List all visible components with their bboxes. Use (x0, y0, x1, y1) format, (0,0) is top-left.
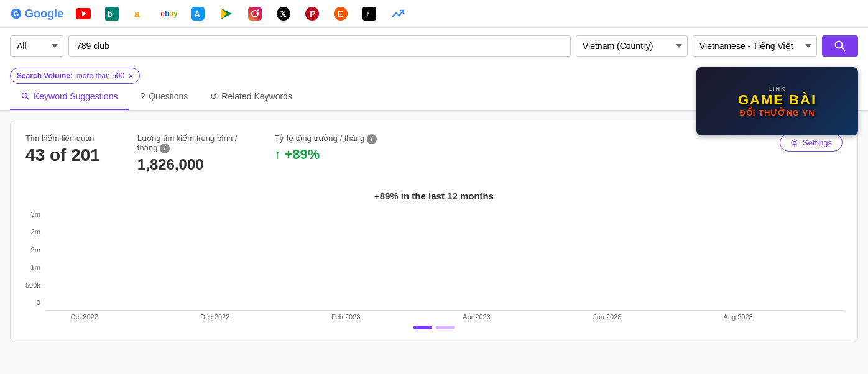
filter-badge-label: Search Volume: (17, 71, 73, 80)
scroll-indicators (25, 326, 843, 329)
chart-bars (45, 310, 843, 311)
svg-text:♪: ♪ (366, 9, 370, 19)
chart-x-labels: Oct 2022 Dec 2022 Feb 2023 Apr 2023 Jun … (45, 313, 843, 321)
tiktok-icon[interactable]: ♪ (361, 5, 378, 22)
x-label-sep-2023 (771, 313, 836, 321)
magnify-icon (21, 92, 30, 101)
google-logo[interactable]: G Google (10, 7, 63, 21)
y-label-2m-top: 2m (31, 228, 40, 235)
refresh-icon: ↺ (210, 91, 218, 101)
top-navigation: G Google b a ebay A 𝕏 P E ♪ (0, 0, 868, 28)
instagram-icon[interactable] (246, 5, 264, 22)
gear-icon (790, 139, 799, 147)
svg-point-26 (793, 141, 796, 144)
avg-search-label: Lượng tìm kiếm trung bình / tháng i (137, 134, 238, 153)
bing-icon[interactable]: b (103, 5, 121, 22)
etsy-icon[interactable]: E (332, 5, 349, 22)
y-label-3m: 3m (31, 211, 40, 218)
search-type-select[interactable]: All Web Images (10, 35, 63, 57)
svg-point-22 (836, 42, 843, 48)
avg-search-stat: Lượng tìm kiếm trung bình / tháng i 1,82… (137, 134, 238, 173)
avg-search-value: 1,826,000 (137, 156, 238, 173)
svg-text:b: b (108, 9, 113, 19)
related-searches-label: Tìm kiếm liên quan (25, 134, 100, 143)
tab-related-keywords[interactable]: ↺ Related Keywords (199, 84, 303, 110)
y-label-1m: 1m (31, 263, 40, 271)
growth-percent-value: +89% (284, 147, 320, 163)
questions-icon: ? (140, 91, 145, 101)
x-label-mar-2023 (379, 313, 444, 321)
growth-arrow-icon: ↑ (274, 147, 280, 162)
y-label-0: 0 (37, 299, 40, 306)
x-label-apr-2023: Apr 2023 (444, 313, 509, 321)
tab-keyword-suggestions[interactable]: Keyword Suggestions (10, 84, 129, 110)
y-label-2m-mid: 2m (31, 246, 40, 253)
country-select[interactable]: Vietnam (Country) United States (576, 35, 688, 57)
svg-rect-11 (248, 7, 262, 21)
trends-icon[interactable] (389, 5, 407, 22)
search-input[interactable] (68, 35, 571, 57)
appstore-icon[interactable]: A (189, 5, 206, 22)
youtube-icon[interactable] (75, 5, 92, 22)
settings-button[interactable]: Settings (780, 134, 843, 152)
y-label-500k: 500k (25, 281, 40, 289)
x-twitter-icon[interactable]: 𝕏 (275, 5, 292, 22)
x-label-dec-2022: Dec 2022 (182, 313, 247, 321)
avg-search-info-icon[interactable]: i (160, 144, 170, 153)
stats-card: Tìm kiếm liên quan 43 of 201 Lượng tìm k… (10, 121, 858, 342)
settings-label: Settings (803, 138, 832, 147)
playstore-icon[interactable] (218, 5, 235, 22)
stats-top: Tìm kiếm liên quan 43 of 201 Lượng tìm k… (25, 134, 377, 173)
x-label-may-2023 (509, 313, 575, 321)
svg-text:a: a (134, 9, 140, 19)
x-label-feb-2023: Feb 2023 (313, 313, 379, 321)
x-label-aug-2023: Aug 2023 (706, 313, 771, 321)
svg-point-24 (22, 93, 27, 98)
pinterest-icon[interactable]: P (303, 5, 321, 22)
svg-text:E: E (338, 9, 343, 19)
chart-y-axis: 3m 2m 2m 1m 500k 0 (25, 211, 45, 307)
chart-container: 3m 2m 2m 1m 500k 0 (25, 209, 843, 321)
x-label-nov-2022 (117, 313, 182, 321)
google-label: Google (25, 7, 63, 21)
chart-inner: Oct 2022 Dec 2022 Feb 2023 Apr 2023 Jun … (45, 310, 843, 321)
svg-line-25 (27, 98, 30, 101)
ebay-icon[interactable]: ebay (160, 5, 178, 22)
x-label-jul-2023 (640, 313, 705, 321)
main-content: Tìm kiếm liên quan 43 of 201 Lượng tìm k… (0, 111, 868, 352)
related-searches-count: 43 of 201 (25, 145, 100, 165)
tab-questions[interactable]: ? Questions (129, 84, 199, 110)
amazon-icon[interactable]: a (132, 5, 149, 22)
growth-rate-stat: Tỷ lệ tăng trưởng / tháng i ↑ +89% (274, 134, 376, 163)
growth-rate-label: Tỷ lệ tăng trưởng / tháng i (274, 134, 376, 144)
svg-line-23 (841, 47, 845, 51)
svg-point-13 (257, 9, 259, 11)
growth-info-icon[interactable]: i (367, 134, 377, 144)
chart-area: +89% in the last 12 months 3m 2m 2m 1m 5… (25, 191, 843, 329)
filter-badge-close-button[interactable]: × (128, 71, 133, 81)
scroll-dot-active[interactable] (413, 326, 432, 329)
ad-line1: LINK (769, 86, 787, 92)
x-label-oct-2022: Oct 2022 (52, 313, 117, 321)
language-select[interactable]: Vietnamese - Tiếng Việt English (693, 35, 817, 57)
scroll-dot-inactive[interactable] (436, 326, 455, 329)
search-button[interactable] (822, 35, 858, 57)
filter-badge-value: more than 500 (76, 71, 124, 80)
tab-questions-label: Questions (149, 91, 188, 101)
related-searches-stat: Tìm kiếm liên quan 43 of 201 (25, 134, 100, 165)
svg-text:𝕏: 𝕏 (280, 9, 287, 19)
ad-line2: GAME BÀI (738, 92, 816, 108)
ad-banner[interactable]: LINK GAME BÀI ĐỔI THƯỞNG VN (696, 67, 858, 135)
x-label-jan-2023 (247, 313, 313, 321)
svg-text:P: P (310, 9, 315, 19)
x-label-jun-2023: Jun 2023 (575, 313, 640, 321)
search-volume-filter-badge[interactable]: Search Volume: more than 500 × (10, 68, 140, 84)
chart-title: +89% in the last 12 months (25, 191, 843, 201)
ad-line3: ĐỔI THƯỞNG VN (739, 108, 815, 117)
growth-display: ↑ +89% (274, 147, 376, 163)
tab-related-keywords-label: Related Keywords (221, 91, 292, 101)
svg-text:G: G (14, 10, 19, 17)
search-icon (834, 40, 846, 52)
tab-keyword-suggestions-label: Keyword Suggestions (34, 91, 118, 101)
svg-text:A: A (194, 9, 200, 19)
